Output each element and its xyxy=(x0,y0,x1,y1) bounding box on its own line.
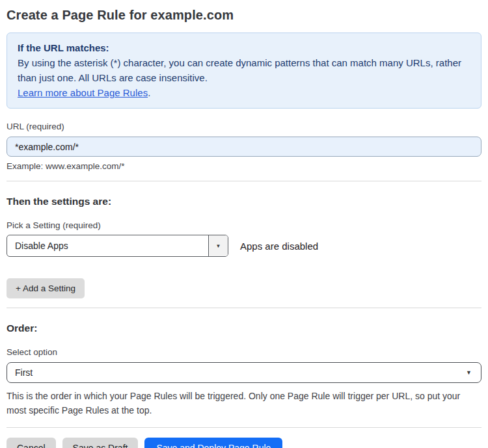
setting-dropdown[interactable]: Disable Apps ▼ xyxy=(7,235,228,257)
url-matches-info-box: If the URL matches: By using the asteris… xyxy=(7,33,481,109)
pick-setting-label: Pick a Setting (required) xyxy=(7,220,481,230)
order-select-value: First xyxy=(15,367,33,378)
chevron-down-icon: ▼ xyxy=(466,369,472,376)
order-help-text: This is the order in which your Page Rul… xyxy=(7,389,475,417)
order-section-heading: Order: xyxy=(7,323,481,334)
setting-dropdown-value: Disable Apps xyxy=(7,235,208,256)
order-select[interactable]: First ▼ xyxy=(7,362,481,383)
info-box-heading: If the URL matches: xyxy=(18,40,470,55)
setting-dropdown-arrow-button[interactable]: ▼ xyxy=(208,235,228,256)
learn-more-link[interactable]: Learn more about Page Rules xyxy=(18,87,148,98)
divider xyxy=(7,181,481,181)
divider xyxy=(7,427,481,428)
create-page-rule-form: Create a Page Rule for example.com If th… xyxy=(0,8,488,448)
url-example-text: Example: www.example.com/* xyxy=(7,161,481,171)
info-link-line: Learn more about Page Rules. xyxy=(18,85,470,100)
add-setting-button[interactable]: + Add a Setting xyxy=(7,278,85,298)
cancel-button[interactable]: Cancel xyxy=(7,438,56,448)
url-field-label: URL (required) xyxy=(7,122,481,131)
setting-status-text: Apps are disabled xyxy=(240,241,318,252)
page-title: Create a Page Rule for example.com xyxy=(7,8,481,23)
order-select-label: Select option xyxy=(7,347,481,357)
save-as-draft-button[interactable]: Save as Draft xyxy=(62,438,139,448)
chevron-down-icon: ▼ xyxy=(216,243,221,249)
info-box-body: By using the asterisk (*) character, you… xyxy=(18,55,470,85)
save-and-deploy-button[interactable]: Save and Deploy Page Rule xyxy=(144,438,282,448)
setting-row: Disable Apps ▼ Apps are disabled xyxy=(7,235,481,257)
url-input[interactable] xyxy=(7,137,481,157)
link-suffix: . xyxy=(148,87,150,98)
divider xyxy=(7,308,481,308)
action-buttons-row: Cancel Save as Draft Save and Deploy Pag… xyxy=(7,438,481,448)
settings-section-heading: Then the settings are: xyxy=(7,196,481,207)
